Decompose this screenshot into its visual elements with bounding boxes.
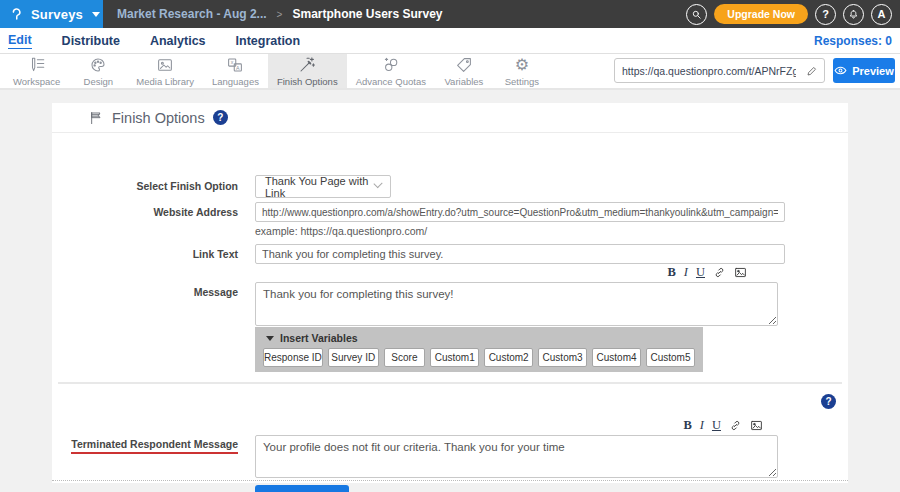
chevron-down-icon: [92, 12, 100, 17]
breadcrumb-separator: >: [277, 9, 283, 20]
insert-image-icon[interactable]: [734, 266, 747, 279]
magic-wand-icon: [298, 56, 316, 74]
breadcrumb: Market Research - Aug 2... > Smartphone …: [103, 7, 686, 21]
italic-button[interactable]: I: [700, 418, 704, 433]
terminated-respondent-message-textarea[interactable]: Your profile does not fit our criteria. …: [255, 435, 778, 478]
insert-variables-buttons: Response ID Survey ID Score Custom1 Cust…: [255, 346, 703, 367]
question-circle-icon[interactable]: ?: [213, 110, 228, 125]
pencil-list-icon: [28, 56, 46, 74]
toolbar-item-label: Languages: [212, 76, 259, 87]
bold-button[interactable]: B: [683, 418, 691, 433]
toolbar-item-label: Variables: [444, 76, 483, 87]
flag-icon: [88, 110, 104, 126]
link-text-input[interactable]: [255, 244, 785, 264]
toolbar-item-workspace[interactable]: Workspace: [4, 54, 69, 88]
toolbar-item-label: Workspace: [13, 76, 60, 87]
insert-variables-panel: Insert Variables Response ID Survey ID S…: [255, 327, 703, 372]
pencil-icon[interactable]: [800, 59, 824, 82]
website-address-label: Website Address: [52, 206, 238, 218]
toolbar-item-finish-options[interactable]: Finish Options: [268, 54, 347, 88]
breadcrumb-survey-title: Smartphone Users Survey: [292, 7, 442, 21]
finish-options-panel: Finish Options ? Select Finish Option Th…: [52, 103, 848, 483]
toolbar-item-label: Media Library: [136, 76, 194, 87]
toolbar-item-label: Finish Options: [277, 76, 338, 87]
question-circle-icon[interactable]: ?: [821, 394, 836, 409]
preview-button[interactable]: Preview: [833, 58, 895, 83]
website-example-text: example: https://qa.questionpro.com/: [255, 225, 427, 237]
preview-label: Preview: [852, 65, 894, 77]
section-divider: [58, 382, 842, 384]
gear-icon: ⚙: [515, 56, 529, 74]
breadcrumb-project[interactable]: Market Research - Aug 2...: [117, 7, 267, 21]
toolbar-item-label: Design: [84, 76, 114, 87]
finish-option-label: Select Finish Option: [52, 180, 238, 192]
save-changes-button[interactable]: Save Changes: [255, 485, 349, 492]
variable-button-custom1[interactable]: Custom1: [430, 348, 479, 367]
terminated-editor-toolbar: B I U: [255, 418, 785, 433]
page-title: Finish Options: [112, 110, 205, 126]
avatar[interactable]: A: [871, 4, 892, 25]
questionpro-logo-icon: [9, 6, 24, 23]
toolbar-item-advance-quotas[interactable]: Advance Quotas: [347, 54, 435, 88]
triangle-down-icon: [266, 336, 274, 341]
eye-icon: [834, 65, 847, 76]
bell-icon[interactable]: [843, 4, 864, 25]
toolbar-item-design[interactable]: Design: [69, 54, 127, 88]
toolbar-item-settings[interactable]: ⚙ Settings: [493, 54, 551, 88]
tag-icon: [455, 56, 473, 74]
brand-menu[interactable]: Surveys: [0, 0, 103, 28]
message-editor-toolbar: B I U: [255, 265, 785, 280]
link-icon[interactable]: [729, 419, 742, 432]
website-address-input[interactable]: [255, 202, 785, 222]
tab-edit[interactable]: Edit: [8, 33, 32, 49]
variable-button-custom4[interactable]: Custom4: [592, 348, 641, 367]
brand-label: Surveys: [31, 7, 83, 22]
variable-button-custom2[interactable]: Custom2: [484, 348, 533, 367]
topbar-actions: Upgrade Now ? A: [686, 4, 900, 25]
message-label: Message: [52, 286, 238, 298]
chain-links-icon: [382, 56, 400, 74]
translate-icon: xA: [226, 56, 244, 74]
survey-url-box: [614, 58, 825, 83]
variable-button-survey-id[interactable]: Survey ID: [328, 348, 379, 367]
upgrade-now-button[interactable]: Upgrade Now: [714, 4, 808, 24]
panel-header: Finish Options ?: [52, 103, 848, 133]
link-icon[interactable]: [713, 266, 726, 279]
variable-button-response-id[interactable]: Response ID: [263, 348, 323, 367]
survey-url-input[interactable]: [615, 65, 800, 77]
terminated-respondent-message-label: Terminated Respondent Message: [52, 438, 238, 454]
search-icon[interactable]: [686, 4, 707, 25]
toolbar-item-label: Settings: [505, 76, 539, 87]
toolbar-item-label: Advance Quotas: [356, 76, 426, 87]
finish-option-value: Thank You Page with Link: [265, 175, 375, 199]
svg-text:A: A: [237, 64, 241, 70]
underline-button[interactable]: U: [696, 265, 705, 280]
underline-button[interactable]: U: [712, 418, 721, 433]
variable-button-custom5[interactable]: Custom5: [646, 348, 695, 367]
variable-button-custom3[interactable]: Custom3: [538, 348, 587, 367]
main-nav: Edit Distribute Analytics Integration Re…: [0, 28, 900, 54]
save-area-divider: [52, 480, 848, 481]
tab-distribute[interactable]: Distribute: [62, 34, 120, 48]
italic-button[interactable]: I: [684, 265, 688, 280]
link-text-label: Link Text: [52, 248, 238, 260]
svg-text:x: x: [231, 59, 234, 65]
help-icon[interactable]: ?: [815, 4, 836, 25]
palette-icon: [89, 56, 107, 74]
toolbar-item-media-library[interactable]: Media Library: [127, 54, 203, 88]
toolbar-item-variables[interactable]: Variables: [435, 54, 493, 88]
variable-button-score[interactable]: Score: [384, 348, 426, 367]
toolbar-item-languages[interactable]: xA Languages: [203, 54, 268, 88]
insert-variables-header: Insert Variables: [280, 332, 358, 344]
top-bar: Surveys Market Research - Aug 2... > Sma…: [0, 0, 900, 28]
bold-button[interactable]: B: [667, 265, 675, 280]
tab-analytics[interactable]: Analytics: [150, 34, 206, 48]
finish-option-select[interactable]: Thank You Page with Link: [255, 175, 391, 198]
message-textarea[interactable]: Thank you for completing this survey!: [255, 282, 778, 326]
insert-image-icon[interactable]: [750, 419, 763, 432]
insert-variables-toggle[interactable]: Insert Variables: [255, 327, 703, 346]
tab-integration[interactable]: Integration: [236, 34, 301, 48]
image-icon: [156, 56, 174, 74]
responses-count[interactable]: Responses: 0: [814, 34, 892, 48]
